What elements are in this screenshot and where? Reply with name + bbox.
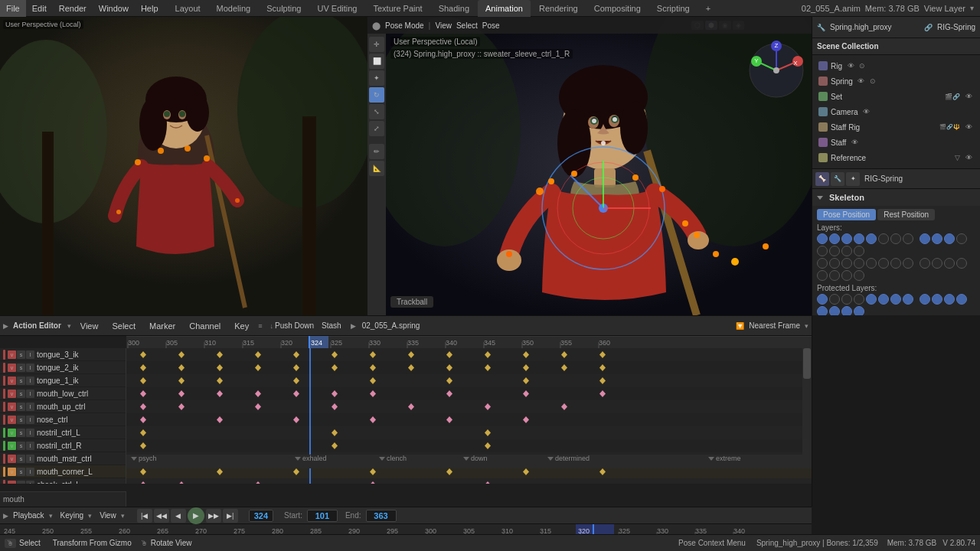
viewport-select-menu[interactable]: Select bbox=[456, 21, 478, 30]
ae-view-menu[interactable]: View bbox=[76, 321, 103, 331]
track-select-icon[interactable]: s bbox=[17, 377, 25, 385]
menu-edit[interactable]: Edit bbox=[26, 0, 53, 17]
timeline-view-menu[interactable]: View bbox=[100, 511, 116, 520]
layer-dot-25[interactable] bbox=[920, 258, 930, 269]
track-visibility-icon[interactable]: v bbox=[8, 455, 16, 463]
reference-visibility[interactable]: 👁 bbox=[963, 152, 974, 163]
spring-visibility[interactable]: 👁 bbox=[856, 76, 867, 86]
prot-dot-3[interactable] bbox=[841, 294, 852, 305]
tab-compositing[interactable]: Compositing bbox=[586, 0, 648, 17]
prot-dot-6[interactable] bbox=[878, 294, 889, 305]
ae-key-menu[interactable]: Key bbox=[230, 321, 253, 331]
track-mouth-corner-l[interactable]: v s l mouth_corner_L bbox=[0, 465, 126, 478]
track-nostril-ctrl-r[interactable]: v s l nostril_ctrl_R bbox=[0, 439, 126, 452]
track-lock-icon[interactable]: l bbox=[26, 390, 34, 398]
layer-dot-11[interactable] bbox=[944, 233, 955, 244]
set-visibility[interactable]: 👁 bbox=[963, 91, 974, 102]
staff-rig-visibility[interactable]: 👁 bbox=[963, 122, 974, 132]
track-visibility-icon[interactable]: v bbox=[8, 481, 16, 484]
tab-scripting[interactable]: Scripting bbox=[649, 0, 697, 17]
menu-help[interactable]: Help bbox=[135, 0, 165, 17]
layer-dot-22[interactable] bbox=[878, 258, 889, 269]
track-cheek-ctrl-l[interactable]: v s l cheek_ctrl_L bbox=[0, 478, 126, 484]
tab-animation[interactable]: Animation bbox=[478, 0, 531, 17]
track-lock-icon[interactable]: l bbox=[26, 403, 34, 411]
action-scrollbar[interactable] bbox=[802, 348, 812, 468]
ae-options-icon[interactable]: ≡ bbox=[258, 322, 262, 330]
navigation-gizmo[interactable]: X Y Z bbox=[746, 40, 807, 101]
track-lock-icon[interactable]: l bbox=[26, 481, 34, 484]
tab-rendering[interactable]: Rendering bbox=[531, 0, 586, 17]
track-select-icon[interactable]: s bbox=[17, 350, 25, 359]
tab-texture-paint[interactable]: Texture Paint bbox=[365, 0, 430, 17]
push-down-btn[interactable]: Push Down bbox=[275, 321, 314, 330]
track-mouth-mstr[interactable]: v s l mouth_mstr_ctrl bbox=[0, 452, 126, 465]
layer-dot-5[interactable] bbox=[866, 233, 877, 244]
prot-dot-4[interactable] bbox=[854, 294, 864, 305]
layer-dot-14[interactable] bbox=[829, 246, 840, 256]
reference-filter-icon[interactable]: ▽ bbox=[955, 154, 960, 161]
track-lock-icon[interactable]: l bbox=[26, 364, 34, 372]
spring-hide-icon[interactable]: ⊙ bbox=[870, 77, 876, 85]
menu-render[interactable]: Render bbox=[53, 0, 93, 17]
prot-dot-12[interactable] bbox=[956, 294, 967, 305]
track-mouth-low-ctrl[interactable]: v s l mouth_low_ctrl bbox=[0, 387, 126, 400]
prot-dot-11[interactable] bbox=[944, 294, 955, 305]
layer-dot-17[interactable] bbox=[817, 258, 828, 269]
track-visibility-icon[interactable]: v bbox=[8, 442, 16, 450]
track-tongue-2-ik[interactable]: v s l tongue_2_ik bbox=[0, 361, 126, 374]
prot-dot-15[interactable] bbox=[841, 306, 852, 315]
tab-add[interactable]: + bbox=[698, 0, 718, 17]
start-frame-input[interactable]: 101 bbox=[307, 510, 338, 522]
layer-dot-20[interactable] bbox=[854, 258, 864, 269]
playback-menu[interactable]: Playback bbox=[13, 511, 44, 520]
layer-dot-10[interactable] bbox=[932, 233, 942, 244]
select-tool[interactable]: ⬜ bbox=[369, 54, 384, 69]
track-select-icon[interactable]: s bbox=[17, 442, 25, 450]
play-back-btn[interactable]: ◀ bbox=[171, 509, 186, 523]
rotate-tool[interactable]: ↻ bbox=[369, 87, 384, 103]
prot-dot-2[interactable] bbox=[829, 294, 840, 305]
layer-dot-18[interactable] bbox=[829, 258, 840, 269]
track-select-icon[interactable]: s bbox=[17, 403, 25, 411]
layer-dot-24[interactable] bbox=[903, 258, 913, 269]
view-layer-icon[interactable]: ▾ bbox=[970, 4, 974, 12]
viewport-pose-menu[interactable]: Pose bbox=[482, 21, 500, 30]
trackball-button[interactable]: Trackball bbox=[390, 296, 433, 308]
tab-modeling[interactable]: Modeling bbox=[209, 0, 259, 17]
modifier-icon[interactable]: 🔧 bbox=[831, 172, 844, 186]
track-tongue-3-ik[interactable]: v s l tongue_3_ik bbox=[0, 348, 126, 361]
layer-dot-23[interactable] bbox=[890, 258, 901, 269]
rig-hide-icon[interactable]: ⊙ bbox=[859, 62, 865, 70]
layer-dot-6[interactable] bbox=[878, 233, 889, 244]
track-lock-icon[interactable]: l bbox=[26, 455, 34, 463]
scene-item-spring[interactable]: Spring 👁 ⊙ bbox=[815, 73, 977, 89]
track-select-icon[interactable]: s bbox=[17, 455, 25, 463]
layer-dot-29[interactable] bbox=[817, 270, 828, 281]
step-back-btn[interactable]: ◀◀ bbox=[154, 509, 169, 523]
track-lock-icon[interactable]: l bbox=[26, 377, 34, 385]
scene-item-staff[interactable]: Staff 👁 bbox=[815, 135, 977, 150]
step-forward-btn[interactable]: ▶▶ bbox=[206, 509, 221, 523]
track-select-icon[interactable]: s bbox=[17, 468, 25, 476]
prot-dot-5[interactable] bbox=[866, 294, 877, 305]
prot-dot-16[interactable] bbox=[854, 306, 864, 315]
keying-menu[interactable]: Keying bbox=[60, 511, 84, 520]
tab-sculpting[interactable]: Sculpting bbox=[259, 0, 309, 17]
layer-dot-12[interactable] bbox=[956, 233, 967, 244]
play-btn-main[interactable]: ▶ bbox=[188, 507, 204, 524]
rig-visibility[interactable]: 👁 bbox=[845, 60, 856, 71]
layer-dot-30[interactable] bbox=[829, 270, 840, 281]
scene-item-set[interactable]: Set 🎬🔗 👁 bbox=[815, 89, 977, 104]
menu-window[interactable]: Window bbox=[93, 0, 135, 17]
track-lock-icon[interactable]: l bbox=[26, 442, 34, 450]
jump-start-btn[interactable]: |◀ bbox=[137, 509, 152, 523]
layer-dot-16[interactable] bbox=[854, 246, 864, 256]
track-lock-icon[interactable]: l bbox=[26, 350, 34, 359]
track-lock-icon[interactable]: l bbox=[26, 429, 34, 437]
filter-icon[interactable]: 🔽 bbox=[736, 322, 744, 330]
track-visibility-icon[interactable]: v bbox=[8, 403, 16, 411]
layer-dot-26[interactable] bbox=[932, 258, 942, 269]
track-visibility-icon[interactable]: v bbox=[8, 390, 16, 398]
track-mouth-up-ctrl[interactable]: v s l mouth_up_ctrl bbox=[0, 400, 126, 413]
